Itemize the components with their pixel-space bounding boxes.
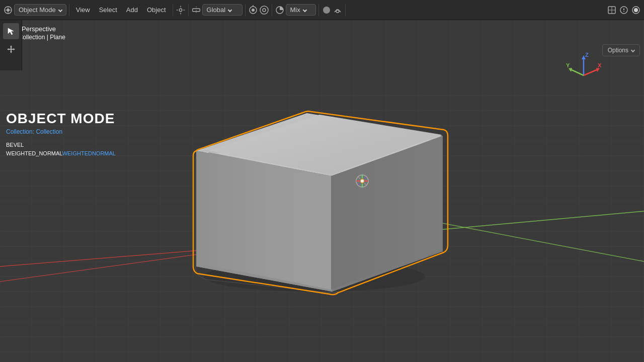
view-menu[interactable]: View bbox=[72, 4, 94, 16]
svg-point-17 bbox=[323, 7, 330, 14]
svg-point-26 bbox=[634, 8, 638, 12]
select-menu[interactable]: Select bbox=[95, 4, 121, 16]
viewport-overlays-icon[interactable] bbox=[333, 5, 343, 15]
object-mode-icon bbox=[3, 5, 13, 15]
mode-chevron-icon bbox=[58, 8, 62, 12]
svg-marker-31 bbox=[7, 48, 9, 50]
gizmo-icon[interactable] bbox=[607, 5, 617, 15]
separator-3 bbox=[188, 4, 189, 16]
svg-point-14 bbox=[260, 6, 268, 14]
svg-point-84 bbox=[361, 179, 364, 183]
options-chevron-icon bbox=[631, 48, 635, 52]
left-tool-panel bbox=[0, 20, 22, 70]
separator-2 bbox=[173, 4, 173, 16]
mix-chevron-icon bbox=[302, 8, 306, 12]
snap-icon[interactable] bbox=[248, 5, 258, 15]
separator-6 bbox=[318, 4, 319, 16]
viewport-shading-solid-icon[interactable] bbox=[321, 5, 332, 15]
render-icon[interactable] bbox=[631, 5, 641, 15]
global-chevron-icon bbox=[228, 8, 232, 12]
separator-5 bbox=[272, 4, 272, 16]
separator-1 bbox=[69, 4, 69, 16]
mix-selector[interactable]: Mix bbox=[286, 4, 316, 16]
object-menu[interactable]: Object bbox=[143, 4, 170, 16]
select-tool-button[interactable] bbox=[3, 23, 19, 39]
transform-origin-icon[interactable] bbox=[176, 5, 186, 15]
viewport[interactable]: User Perspective (18) Collection | Plane… bbox=[0, 20, 644, 362]
overlay-icon[interactable] bbox=[619, 5, 629, 15]
separator-7 bbox=[345, 4, 346, 16]
svg-point-15 bbox=[263, 9, 266, 12]
svg-marker-30 bbox=[10, 51, 12, 53]
viewport-options-button[interactable]: Options bbox=[602, 44, 640, 56]
transform-space-icon bbox=[191, 5, 201, 15]
svg-point-4 bbox=[179, 9, 182, 11]
svg-marker-32 bbox=[13, 48, 15, 50]
object-mode-label: Object Mode bbox=[19, 6, 56, 14]
svg-point-24 bbox=[623, 11, 624, 12]
shading-icon[interactable] bbox=[275, 5, 285, 15]
add-menu[interactable]: Add bbox=[122, 4, 142, 16]
move-tool-button[interactable] bbox=[3, 41, 19, 57]
separator-4 bbox=[245, 4, 246, 16]
top-toolbar: Object Mode View Select Add Object Globa… bbox=[0, 0, 644, 20]
svg-marker-29 bbox=[10, 45, 12, 47]
global-selector[interactable]: Global bbox=[202, 4, 243, 16]
svg-point-11 bbox=[252, 9, 255, 12]
object-mode-selector[interactable]: Object Mode bbox=[14, 4, 66, 16]
proportional-icon[interactable] bbox=[259, 5, 269, 15]
options-label: Options bbox=[608, 47, 628, 54]
